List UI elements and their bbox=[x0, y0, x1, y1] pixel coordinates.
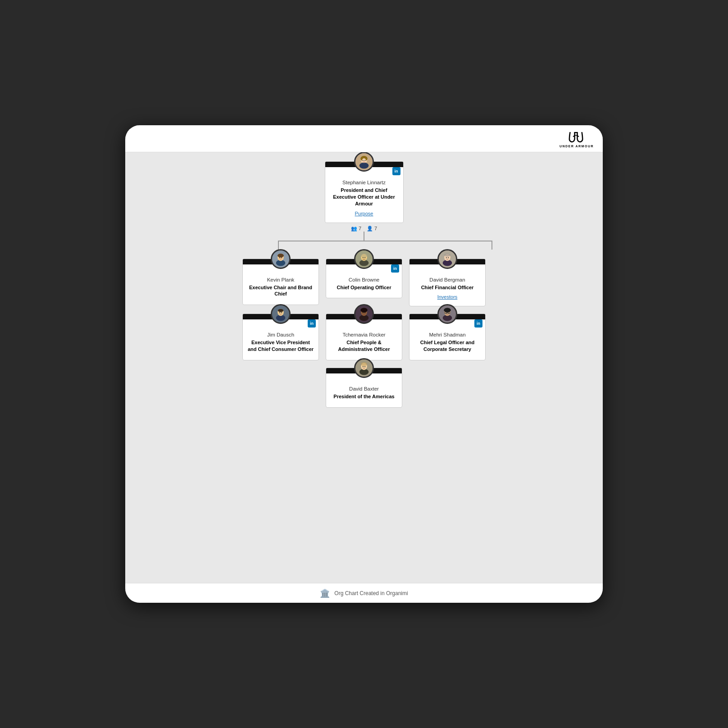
linkedin-badge-mehri[interactable]: in bbox=[474, 319, 482, 328]
ua-logo-icon bbox=[567, 129, 587, 144]
svg-point-30 bbox=[279, 312, 280, 313]
linkedin-badge-stephanie[interactable]: in bbox=[392, 167, 400, 175]
card-body-jim: Jim Dausch Executive Vice President and … bbox=[243, 319, 318, 356]
svg-point-35 bbox=[360, 308, 368, 313]
person-title-colin: Chief Operating Officer bbox=[331, 284, 397, 291]
left-branch bbox=[278, 241, 279, 250]
top-bar: UNDER ARMOUR bbox=[125, 125, 603, 152]
avatar-david-b bbox=[437, 249, 457, 269]
svg-point-6 bbox=[364, 160, 365, 161]
card-colin[interactable]: in Colin Browne Chief Operating Officer bbox=[326, 259, 402, 299]
svg-point-18 bbox=[364, 257, 365, 258]
row2: in Jim Dausch Executive Vice President a… bbox=[239, 314, 489, 360]
card-body-tcher: Tchernavia Rocker Chief People & Adminis… bbox=[326, 319, 402, 356]
chart-area[interactable]: in Stephanie Linnartz President and Chie… bbox=[125, 152, 603, 583]
svg-point-36 bbox=[363, 312, 364, 313]
cell-david-b: David Bergman Chief Financial Officer In… bbox=[406, 250, 489, 307]
svg-point-16 bbox=[360, 253, 368, 257]
person-title-mehri: Chief Legal Officer and Corporate Secret… bbox=[414, 339, 481, 353]
counters-stephanie: 👥 7 👤 7 bbox=[351, 226, 377, 232]
person-name-kevin: Kevin Plank bbox=[247, 277, 314, 282]
card-mehri[interactable]: in Mehri Shadman Chief Legal Officer and… bbox=[409, 314, 486, 360]
footer-text: Org Chart Created in Organimi bbox=[334, 590, 408, 596]
person-title-stephanie: President and Chief Executive Officer at… bbox=[330, 187, 399, 207]
person-title-david-b: Chief Financial Officer bbox=[414, 284, 481, 291]
right-branch bbox=[491, 241, 492, 250]
bottom-bar: 🏛️ Org Chart Created in Organimi bbox=[125, 583, 603, 603]
svg-point-24 bbox=[446, 257, 447, 258]
avatar-david-bax bbox=[354, 358, 374, 378]
top-node: in Stephanie Linnartz President and Chie… bbox=[325, 161, 404, 232]
svg-point-11 bbox=[279, 257, 280, 258]
cell-mehri: in Mehri Shadman Chief Legal Officer and… bbox=[406, 314, 489, 360]
people-icon: 👥 bbox=[351, 226, 357, 232]
svg-point-31 bbox=[281, 312, 282, 313]
card-tcher[interactable]: Tchernavia Rocker Chief People & Adminis… bbox=[326, 314, 402, 360]
card-body-david-b: David Bergman Chief Financial Officer In… bbox=[410, 264, 485, 303]
avatar-mehri bbox=[437, 304, 457, 324]
device-frame: UNDER ARMOUR bbox=[125, 125, 603, 603]
avatar-kevin bbox=[271, 249, 291, 269]
svg-rect-19 bbox=[362, 259, 366, 260]
organimi-icon: 🏛️ bbox=[320, 588, 330, 598]
avatar-jim bbox=[271, 304, 291, 324]
org-chart: in Stephanie Linnartz President and Chie… bbox=[236, 161, 492, 408]
card-body-david-bax: David Baxter President of the Americas bbox=[326, 373, 402, 404]
svg-point-41 bbox=[444, 308, 451, 313]
cell-jim: in Jim Dausch Executive Vice President a… bbox=[239, 314, 323, 360]
linkedin-badge-colin[interactable]: in bbox=[391, 264, 399, 273]
person-name-tcher: Tchernavia Rocker bbox=[331, 332, 397, 337]
card-link-stephanie[interactable]: Purpose bbox=[355, 211, 373, 216]
connector-main bbox=[364, 232, 364, 241]
svg-point-25 bbox=[448, 257, 449, 258]
svg-point-29 bbox=[278, 309, 283, 312]
card-david-b[interactable]: David Bergman Chief Financial Officer In… bbox=[409, 259, 486, 307]
svg-point-5 bbox=[363, 160, 364, 161]
svg-point-51 bbox=[363, 366, 364, 367]
svg-point-10 bbox=[278, 253, 284, 257]
card-jim[interactable]: in Jim Dausch Executive Vice President a… bbox=[242, 314, 319, 360]
svg-point-23 bbox=[444, 253, 450, 256]
person-name-david-b: David Bergman bbox=[414, 277, 481, 282]
person-title-kevin: Executive Chair and Brand Chief bbox=[247, 284, 314, 298]
person-name-stephanie: Stephanie Linnartz bbox=[330, 180, 399, 185]
cell-kevin: Kevin Plank Executive Chair and Brand Ch… bbox=[239, 250, 323, 305]
avatar-tcher bbox=[354, 304, 374, 324]
avatar-colin bbox=[354, 249, 374, 269]
row1: Kevin Plank Executive Chair and Brand Ch… bbox=[239, 250, 489, 307]
card-kevin[interactable]: Kevin Plank Executive Chair and Brand Ch… bbox=[242, 259, 319, 305]
card-link-david-b[interactable]: Investors bbox=[437, 294, 458, 300]
linkedin-badge-jim[interactable]: in bbox=[308, 319, 316, 328]
horiz-span bbox=[236, 241, 492, 250]
person-name-david-bax: David Baxter bbox=[331, 386, 397, 391]
svg-point-12 bbox=[281, 257, 282, 258]
svg-point-46 bbox=[448, 313, 449, 313]
counter-total: 👤 7 bbox=[367, 226, 377, 232]
card-body-colin: Colin Browne Chief Operating Officer bbox=[326, 264, 402, 295]
counter-direct: 👥 7 bbox=[351, 226, 361, 232]
card-stephanie[interactable]: in Stephanie Linnartz President and Chie… bbox=[325, 161, 404, 223]
person-title-tcher: Chief People & Administrative Officer bbox=[331, 339, 397, 353]
person-title-david-bax: President of the Americas bbox=[331, 393, 397, 400]
person-name-colin: Colin Browne bbox=[331, 277, 397, 282]
card-body-mehri: Mehri Shadman Chief Legal Officer and Co… bbox=[410, 319, 485, 356]
cell-david-bax: David Baxter President of the Americas bbox=[323, 368, 406, 408]
row3: David Baxter President of the Americas bbox=[323, 368, 406, 408]
svg-point-50 bbox=[361, 362, 367, 366]
avatar-stephanie bbox=[354, 152, 374, 172]
ua-logo-text: UNDER ARMOUR bbox=[560, 145, 594, 148]
ua-logo: UNDER ARMOUR bbox=[560, 129, 594, 148]
person-title-jim: Executive Vice President and Chief Consu… bbox=[247, 339, 314, 353]
cell-tcher: Tchernavia Rocker Chief People & Adminis… bbox=[323, 314, 406, 360]
svg-point-3 bbox=[359, 163, 369, 169]
svg-point-52 bbox=[364, 366, 365, 367]
svg-point-17 bbox=[363, 257, 364, 258]
person-name-jim: Jim Dausch bbox=[247, 332, 314, 337]
cell-colin: in Colin Browne Chief Operating Officer bbox=[323, 250, 406, 299]
card-body-kevin: Kevin Plank Executive Chair and Brand Ch… bbox=[243, 264, 318, 301]
person-name-mehri: Mehri Shadman bbox=[414, 332, 481, 337]
card-david-bax[interactable]: David Baxter President of the Americas bbox=[326, 368, 402, 408]
svg-point-37 bbox=[364, 312, 365, 313]
person-icon: 👤 bbox=[367, 226, 373, 232]
svg-point-45 bbox=[446, 313, 446, 313]
